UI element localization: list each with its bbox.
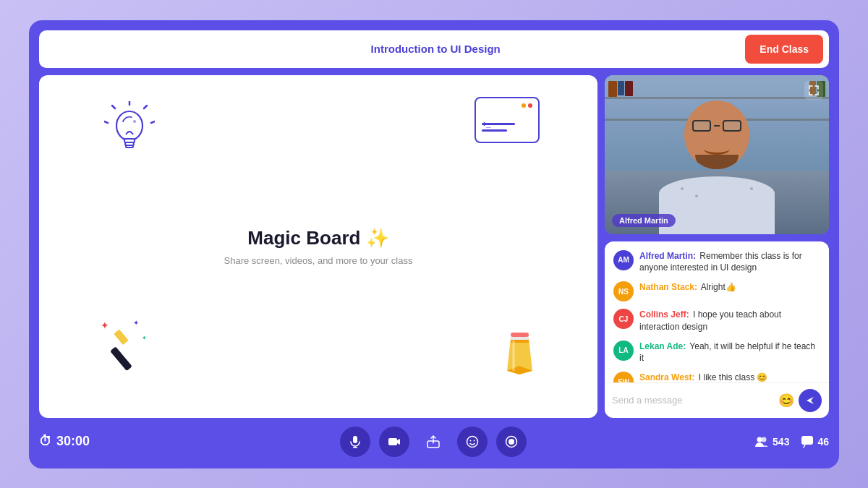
svg-point-28 (469, 440, 471, 441)
svg-line-2 (151, 121, 155, 123)
svg-rect-22 (353, 436, 357, 443)
svg-rect-8 (126, 145, 133, 147)
avatar: CJ (613, 309, 634, 329)
timer: ⏱ 30:00 (39, 434, 111, 449)
chat-send-button[interactable] (799, 389, 822, 412)
mic-button[interactable] (340, 427, 370, 457)
chat-input-row: 😊 (605, 382, 829, 418)
svg-line-1 (144, 106, 147, 108)
chat-input[interactable] (612, 395, 774, 406)
svg-rect-14 (114, 329, 129, 345)
svg-point-5 (116, 111, 142, 140)
board-subtitle: Share screen, videos, and more to your c… (224, 255, 413, 266)
end-class-button[interactable]: End Class (745, 35, 823, 64)
svg-rect-34 (801, 436, 813, 445)
svg-rect-25 (388, 438, 397, 445)
right-stats: 543 46 (754, 435, 829, 448)
svg-line-3 (112, 106, 115, 108)
avatar: LA (613, 341, 634, 361)
video-feed (605, 75, 829, 234)
participants-stat: 543 (754, 436, 789, 448)
emoji-button[interactable] (457, 427, 488, 457)
chat-count-icon (801, 435, 814, 448)
svg-line-4 (104, 121, 108, 123)
svg-text:✦: ✦ (101, 320, 109, 331)
chat-emoji-button[interactable]: 😊 (778, 393, 794, 408)
timer-icon: ⏱ (39, 434, 52, 449)
avatar: SW (613, 372, 634, 382)
avatar: NS (613, 281, 634, 301)
record-button[interactable] (496, 427, 527, 457)
board-title: Magic Board ✨ (224, 227, 413, 249)
svg-point-33 (762, 437, 767, 442)
chat-count-stat: 46 (801, 435, 829, 448)
svg-point-27 (467, 436, 477, 447)
lightbulb-icon (104, 101, 155, 168)
chat-message-text: Nathan Stack: Alright👍 (639, 281, 736, 294)
svg-point-29 (473, 440, 475, 441)
terminal-icon: ›_ (475, 97, 540, 143)
magic-wand-icon: ✦ ✦ ✦ (97, 314, 155, 382)
center-controls (111, 427, 754, 457)
avatar: AM (613, 250, 634, 270)
bottom-bar: ⏱ 30:00 (39, 425, 829, 458)
svg-point-9 (133, 120, 136, 123)
svg-point-31 (509, 439, 514, 445)
svg-rect-20 (511, 333, 529, 337)
class-title: Introduction to UI Design (126, 43, 745, 55)
chat-panel: AM Alfred Martin: Remember this class is… (605, 241, 829, 418)
video-panel: Alfred Martin (605, 75, 829, 234)
chat-messages: AM Alfred Martin: Remember this class is… (605, 241, 829, 382)
participants-count: 543 (773, 436, 789, 448)
chat-message-text: Collins Jeff: I hope you teach about int… (639, 309, 820, 333)
chat-count: 46 (817, 436, 829, 448)
timer-display: 30:00 (56, 434, 90, 449)
content-area: ›_ ✦ ✦ ✦ (39, 75, 829, 418)
list-item: AM Alfred Martin: Remember this class is… (613, 250, 820, 275)
main-container: Introduction to UI Design End Class (29, 20, 839, 468)
svg-rect-13 (110, 346, 132, 371)
board-panel: ›_ ✦ ✦ ✦ (39, 75, 597, 418)
list-item: LA Lekan Ade: Yeah, it will be helpful i… (613, 341, 820, 365)
participants-icon (754, 436, 769, 448)
share-button[interactable] (418, 427, 448, 457)
list-item: CJ Collins Jeff: I hope you teach about … (613, 309, 820, 333)
list-item: SW Sandra West: I like this class 😊 (613, 372, 820, 382)
video-name-badge: Alfred Martin (612, 214, 676, 227)
camera-button[interactable] (379, 427, 409, 457)
chat-message-text: Alfred Martin: Remember this class is fo… (639, 250, 820, 275)
right-panel: Alfred Martin AM Alfred Martin: Remember… (605, 75, 829, 418)
svg-text:✦: ✦ (142, 335, 147, 341)
svg-text:✦: ✦ (133, 319, 139, 327)
svg-point-32 (757, 437, 762, 442)
board-center: Magic Board ✨ Share screen, videos, and … (224, 227, 413, 266)
pencil-icon (500, 331, 540, 383)
list-item: NS Nathan Stack: Alright👍 (613, 281, 820, 301)
chat-message-text: Sandra West: I like this class 😊 (639, 372, 768, 382)
chat-message-text: Lekan Ade: Yeah, it will be helpful if h… (639, 341, 820, 365)
video-expand-button[interactable] (804, 81, 823, 100)
top-bar: Introduction to UI Design End Class (39, 30, 829, 68)
